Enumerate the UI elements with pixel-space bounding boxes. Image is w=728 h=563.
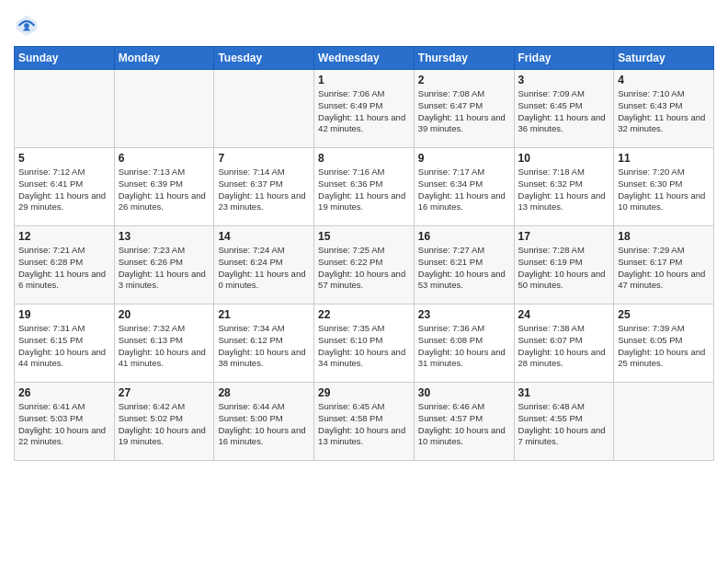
day-cell: 30Sunrise: 6:46 AM Sunset: 4:57 PM Dayli… xyxy=(414,383,514,461)
day-info: Sunrise: 7:38 AM Sunset: 6:07 PM Dayligh… xyxy=(518,323,610,370)
day-info: Sunrise: 7:36 AM Sunset: 6:08 PM Dayligh… xyxy=(418,323,510,370)
day-number: 29 xyxy=(318,386,410,399)
day-number: 28 xyxy=(218,386,310,399)
day-info: Sunrise: 7:20 AM Sunset: 6:30 PM Dayligh… xyxy=(618,167,710,213)
day-number: 16 xyxy=(418,230,510,243)
day-info: Sunrise: 7:29 AM Sunset: 6:17 PM Dayligh… xyxy=(618,245,710,292)
day-cell: 17Sunrise: 7:28 AM Sunset: 6:19 PM Dayli… xyxy=(514,226,614,304)
day-info: Sunrise: 6:41 AM Sunset: 5:03 PM Dayligh… xyxy=(18,401,110,448)
day-number: 15 xyxy=(318,230,410,243)
day-info: Sunrise: 6:48 AM Sunset: 4:55 PM Dayligh… xyxy=(518,401,610,448)
day-cell: 29Sunrise: 6:45 AM Sunset: 4:58 PM Dayli… xyxy=(314,383,415,461)
weekday-header-monday: Monday xyxy=(114,47,214,70)
day-number: 2 xyxy=(418,74,510,86)
day-number: 6 xyxy=(119,152,210,165)
day-cell: 2Sunrise: 7:08 AM Sunset: 6:47 PM Daylig… xyxy=(414,70,514,148)
weekday-header-row: SundayMondayTuesdayWednesdayThursdayFrid… xyxy=(15,47,714,70)
day-number: 27 xyxy=(119,386,210,399)
day-cell: 18Sunrise: 7:29 AM Sunset: 6:17 PM Dayli… xyxy=(614,226,714,304)
day-cell: 16Sunrise: 7:27 AM Sunset: 6:21 PM Dayli… xyxy=(414,226,514,304)
day-info: Sunrise: 7:13 AM Sunset: 6:39 PM Dayligh… xyxy=(119,167,210,213)
week-row-2: 5Sunrise: 7:12 AM Sunset: 6:41 PM Daylig… xyxy=(15,148,714,226)
day-cell: 23Sunrise: 7:36 AM Sunset: 6:08 PM Dayli… xyxy=(414,304,514,383)
week-row-1: 1Sunrise: 7:06 AM Sunset: 6:49 PM Daylig… xyxy=(15,70,714,148)
day-cell: 10Sunrise: 7:18 AM Sunset: 6:32 PM Dayli… xyxy=(514,148,614,226)
day-number: 11 xyxy=(618,152,710,165)
day-cell: 6Sunrise: 7:13 AM Sunset: 6:39 PM Daylig… xyxy=(114,148,214,226)
day-cell: 5Sunrise: 7:12 AM Sunset: 6:41 PM Daylig… xyxy=(15,148,115,226)
day-number: 23 xyxy=(418,308,510,321)
weekday-header-saturday: Saturday xyxy=(614,47,714,70)
day-cell: 1Sunrise: 7:06 AM Sunset: 6:49 PM Daylig… xyxy=(314,70,415,148)
day-number: 13 xyxy=(119,230,210,243)
day-cell: 21Sunrise: 7:34 AM Sunset: 6:12 PM Dayli… xyxy=(214,304,314,383)
day-info: Sunrise: 7:21 AM Sunset: 6:28 PM Dayligh… xyxy=(18,245,110,292)
day-number: 31 xyxy=(518,386,610,399)
day-number: 8 xyxy=(318,152,410,165)
week-row-3: 12Sunrise: 7:21 AM Sunset: 6:28 PM Dayli… xyxy=(15,226,714,304)
week-row-5: 26Sunrise: 6:41 AM Sunset: 5:03 PM Dayli… xyxy=(15,383,714,461)
day-cell xyxy=(614,383,714,461)
day-number: 22 xyxy=(318,308,410,321)
day-number: 20 xyxy=(119,308,210,321)
logo xyxy=(14,13,43,39)
day-info: Sunrise: 7:10 AM Sunset: 6:43 PM Dayligh… xyxy=(618,88,710,135)
day-number: 12 xyxy=(18,230,110,243)
day-number: 26 xyxy=(18,386,110,399)
day-number: 21 xyxy=(218,308,310,321)
day-number: 1 xyxy=(318,74,410,86)
weekday-header-wednesday: Wednesday xyxy=(314,47,415,70)
day-number: 19 xyxy=(18,308,110,321)
day-info: Sunrise: 7:14 AM Sunset: 6:37 PM Dayligh… xyxy=(218,167,310,213)
day-cell: 3Sunrise: 7:09 AM Sunset: 6:45 PM Daylig… xyxy=(514,70,614,148)
day-info: Sunrise: 7:12 AM Sunset: 6:41 PM Dayligh… xyxy=(18,167,110,213)
calendar-table: SundayMondayTuesdayWednesdayThursdayFrid… xyxy=(14,46,714,461)
day-info: Sunrise: 7:28 AM Sunset: 6:19 PM Dayligh… xyxy=(518,245,610,292)
week-row-4: 19Sunrise: 7:31 AM Sunset: 6:15 PM Dayli… xyxy=(15,304,714,383)
weekday-header-thursday: Thursday xyxy=(414,47,514,70)
day-info: Sunrise: 7:17 AM Sunset: 6:34 PM Dayligh… xyxy=(418,167,510,213)
day-cell: 11Sunrise: 7:20 AM Sunset: 6:30 PM Dayli… xyxy=(614,148,714,226)
day-cell: 25Sunrise: 7:39 AM Sunset: 6:05 PM Dayli… xyxy=(614,304,714,383)
weekday-header-friday: Friday xyxy=(514,47,614,70)
day-cell: 26Sunrise: 6:41 AM Sunset: 5:03 PM Dayli… xyxy=(15,383,115,461)
day-number: 10 xyxy=(518,152,610,165)
day-number: 9 xyxy=(418,152,510,165)
day-number: 14 xyxy=(218,230,310,243)
day-number: 25 xyxy=(618,308,710,321)
day-number: 24 xyxy=(518,308,610,321)
day-number: 4 xyxy=(618,74,710,86)
day-cell: 27Sunrise: 6:42 AM Sunset: 5:02 PM Dayli… xyxy=(114,383,214,461)
day-cell: 20Sunrise: 7:32 AM Sunset: 6:13 PM Dayli… xyxy=(114,304,214,383)
svg-point-2 xyxy=(24,23,29,29)
day-info: Sunrise: 6:42 AM Sunset: 5:02 PM Dayligh… xyxy=(119,401,210,448)
day-number: 5 xyxy=(18,152,110,165)
day-cell xyxy=(15,70,115,148)
day-info: Sunrise: 7:27 AM Sunset: 6:21 PM Dayligh… xyxy=(418,245,510,292)
logo-icon xyxy=(14,13,40,39)
day-info: Sunrise: 7:32 AM Sunset: 6:13 PM Dayligh… xyxy=(119,323,210,370)
day-info: Sunrise: 7:39 AM Sunset: 6:05 PM Dayligh… xyxy=(618,323,710,370)
day-cell xyxy=(114,70,214,148)
weekday-header-sunday: Sunday xyxy=(15,47,115,70)
day-cell: 24Sunrise: 7:38 AM Sunset: 6:07 PM Dayli… xyxy=(514,304,614,383)
day-info: Sunrise: 7:09 AM Sunset: 6:45 PM Dayligh… xyxy=(518,88,610,135)
day-cell: 14Sunrise: 7:24 AM Sunset: 6:24 PM Dayli… xyxy=(214,226,314,304)
day-info: Sunrise: 7:16 AM Sunset: 6:36 PM Dayligh… xyxy=(318,167,410,213)
day-number: 18 xyxy=(618,230,710,243)
day-number: 30 xyxy=(418,386,510,399)
day-info: Sunrise: 7:18 AM Sunset: 6:32 PM Dayligh… xyxy=(518,167,610,213)
day-cell: 15Sunrise: 7:25 AM Sunset: 6:22 PM Dayli… xyxy=(314,226,415,304)
day-cell: 19Sunrise: 7:31 AM Sunset: 6:15 PM Dayli… xyxy=(15,304,115,383)
header xyxy=(14,9,714,39)
day-number: 17 xyxy=(518,230,610,243)
weekday-header-tuesday: Tuesday xyxy=(214,47,314,70)
day-cell: 22Sunrise: 7:35 AM Sunset: 6:10 PM Dayli… xyxy=(314,304,415,383)
day-cell: 31Sunrise: 6:48 AM Sunset: 4:55 PM Dayli… xyxy=(514,383,614,461)
day-info: Sunrise: 7:34 AM Sunset: 6:12 PM Dayligh… xyxy=(218,323,310,370)
day-info: Sunrise: 7:35 AM Sunset: 6:10 PM Dayligh… xyxy=(318,323,410,370)
page: SundayMondayTuesdayWednesdayThursdayFrid… xyxy=(0,0,728,563)
day-cell: 9Sunrise: 7:17 AM Sunset: 6:34 PM Daylig… xyxy=(414,148,514,226)
day-cell: 8Sunrise: 7:16 AM Sunset: 6:36 PM Daylig… xyxy=(314,148,415,226)
day-cell: 4Sunrise: 7:10 AM Sunset: 6:43 PM Daylig… xyxy=(614,70,714,148)
